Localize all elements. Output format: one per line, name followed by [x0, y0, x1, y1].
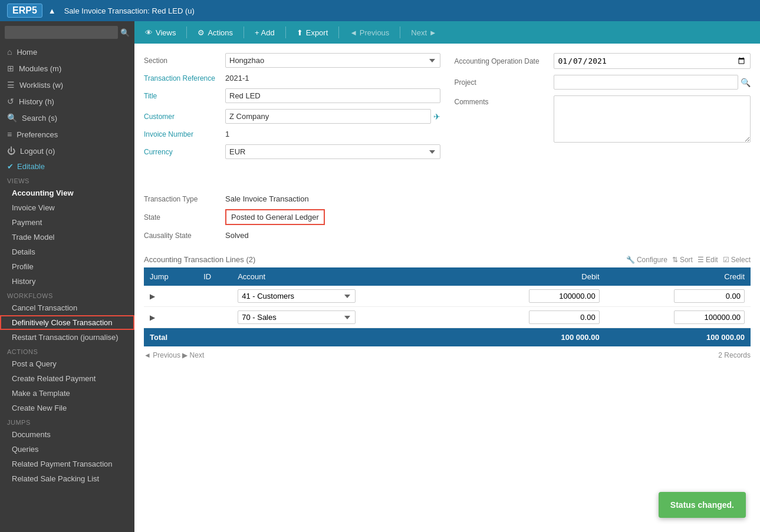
title-label: Title [144, 92, 221, 100]
comments-textarea[interactable] [554, 95, 751, 143]
views-label: Views [156, 28, 176, 37]
next-page-button[interactable]: ▶ Next [182, 351, 204, 359]
transaction-type-value: Sale Invoice Transaction [225, 194, 440, 203]
row2-credit-input[interactable] [674, 310, 745, 324]
sidebar-item-cancel-transaction[interactable]: Cancel Transaction [0, 300, 134, 315]
sidebar-item-create-new-file[interactable]: Create New File [0, 401, 134, 415]
nav-preferences-label: Preferences [17, 130, 58, 139]
nav-logout[interactable]: ⏻ Logout (o) [0, 143, 134, 159]
top-bar-title: Sale Invoice Transaction: Red LED (u) [64, 6, 195, 15]
table-row: ▶ 41 - Customers [144, 286, 751, 307]
sidebar-item-post-query[interactable]: Post a Query [0, 356, 134, 371]
lines-section: Accounting Transaction Lines (2) 🔧 Confi… [144, 255, 751, 359]
toolbar-sep-1 [186, 27, 187, 38]
pagination-row: ◄ Previous ▶ Next 2 Records [144, 351, 751, 359]
section-field-row: Section Hongzhao [144, 53, 440, 68]
sidebar-item-accounting-view[interactable]: Accounting View [0, 186, 134, 200]
col-account: Account [232, 267, 460, 286]
state-label: State [144, 213, 221, 222]
title-input[interactable] [225, 88, 440, 103]
customer-field-wrapper: ✈ [225, 109, 440, 124]
select-label: Select [731, 256, 751, 264]
section-select[interactable]: Hongzhao [225, 53, 440, 68]
sidebar-item-related-payment[interactable]: Related Payment Transaction [0, 457, 134, 471]
row1-credit-input[interactable] [674, 289, 745, 303]
select-button[interactable]: ☑ Select [723, 256, 751, 264]
nav-modules[interactable]: ⊞ Modules (m) [0, 60, 134, 77]
transaction-type-label: Transaction Type [144, 195, 221, 203]
configure-button[interactable]: 🔧 Configure [626, 256, 667, 264]
sidebar-item-make-template[interactable]: Make a Template [0, 386, 134, 401]
sidebar-item-payment[interactable]: Payment [0, 215, 134, 230]
row1-debit-input[interactable] [529, 289, 600, 303]
sidebar-item-history[interactable]: History [0, 274, 134, 289]
actions-section-label: ACTIONS [0, 345, 134, 356]
lines-table: Jump ID Account Debit Credit ▶ [144, 267, 751, 346]
search-icon[interactable]: 🔍 [120, 28, 130, 37]
nav-home[interactable]: ⌂ Home [0, 44, 134, 60]
lines-header-row: Accounting Transaction Lines (2) 🔧 Confi… [144, 255, 751, 264]
nav-preferences[interactable]: ≡ Preferences [0, 126, 134, 143]
customer-input[interactable] [225, 109, 431, 124]
checkbox-icon: ✔ [7, 162, 14, 171]
row1-credit [606, 286, 751, 307]
actions-button[interactable]: ⚙ Actions [192, 25, 239, 41]
nav-history[interactable]: ↺ History (h) [0, 93, 134, 110]
sort-button[interactable]: ⇅ Sort [672, 256, 693, 264]
project-search-icon[interactable]: 🔍 [741, 78, 751, 87]
transaction-ref-label: Transaction Reference [144, 74, 221, 82]
causality-state-value: Solved [225, 231, 440, 240]
nav-search[interactable]: 🔍 Search (s) [0, 110, 134, 126]
lines-total-row: Total 100 000.00 100 000.00 [144, 328, 751, 347]
sidebar-item-definitively-close[interactable]: Definitively Close Transaction [0, 315, 134, 330]
transaction-ref-row: Transaction Reference 2021-1 [144, 74, 440, 82]
sidebar-item-profile[interactable]: Profile [0, 259, 134, 274]
prev-page-button[interactable]: ◄ Previous [144, 351, 180, 359]
sidebar-item-create-related-payment[interactable]: Create Related Payment [0, 371, 134, 386]
add-button[interactable]: + Add [249, 25, 281, 41]
state-row: State Posted to General Ledger [144, 209, 440, 225]
configure-icon: 🔧 [626, 256, 635, 264]
previous-button[interactable]: ◄ Previous [344, 25, 395, 41]
sidebar: 🔍 ⌂ Home ⊞ Modules (m) ☰ Worklists (w) ↺… [0, 21, 134, 532]
sidebar-item-trade-model[interactable]: Trade Model [0, 230, 134, 244]
sidebar-item-restart-transaction[interactable]: Restart Transaction (journalise) [0, 330, 134, 345]
row2-account-select[interactable]: 70 - Sales [238, 310, 356, 324]
state-value: Posted to General Ledger [225, 209, 325, 225]
lines-table-header: Jump ID Account Debit Credit [144, 267, 751, 286]
row1-account: 41 - Customers [232, 286, 460, 307]
sidebar-item-details[interactable]: Details [0, 244, 134, 259]
sidebar-item-queries[interactable]: Queries [0, 442, 134, 457]
next-label: Next ► [411, 28, 436, 37]
sidebar-search-area: 🔍 [0, 21, 134, 44]
total-label: Total [144, 328, 460, 347]
project-input[interactable] [554, 75, 739, 90]
workflows-section-label: WORKFLOWS [0, 289, 134, 300]
nav-worklists[interactable]: ☰ Worklists (w) [0, 77, 134, 93]
row2-debit-input[interactable] [529, 310, 600, 324]
edit-button[interactable]: ☰ Edit [698, 256, 718, 264]
toolbar-sep-5 [400, 27, 400, 38]
status-toast: Status changed. [659, 492, 746, 518]
export-button[interactable]: ⬆ Export [291, 25, 334, 41]
next-button[interactable]: Next ► [405, 25, 442, 41]
toolbar-sep-2 [244, 27, 244, 38]
sidebar-item-invoice-view[interactable]: Invoice View [0, 200, 134, 215]
search-input[interactable] [5, 26, 118, 39]
form-left-col: Section Hongzhao Transaction Reference 2… [144, 53, 440, 246]
invoice-number-value: 1 [225, 130, 440, 138]
lines-title: Accounting Transaction Lines (2) [144, 255, 255, 264]
causality-state-row: Causality State Solved [144, 231, 440, 240]
row1-account-select[interactable]: 41 - Customers [238, 289, 356, 303]
accounting-date-input[interactable] [554, 53, 751, 69]
currency-select[interactable]: EUR [225, 144, 440, 159]
row1-id [198, 286, 232, 307]
nav-home-label: Home [17, 48, 37, 57]
views-button[interactable]: 👁 Views [139, 25, 182, 41]
edit-label: Edit [706, 256, 718, 264]
export-icon: ⬆ [297, 28, 303, 37]
sidebar-item-related-sale-packing[interactable]: Related Sale Packing List [0, 471, 134, 486]
sidebar-item-documents[interactable]: Documents [0, 427, 134, 442]
customer-jump-icon[interactable]: ✈ [433, 112, 440, 121]
export-label: Export [306, 28, 328, 37]
